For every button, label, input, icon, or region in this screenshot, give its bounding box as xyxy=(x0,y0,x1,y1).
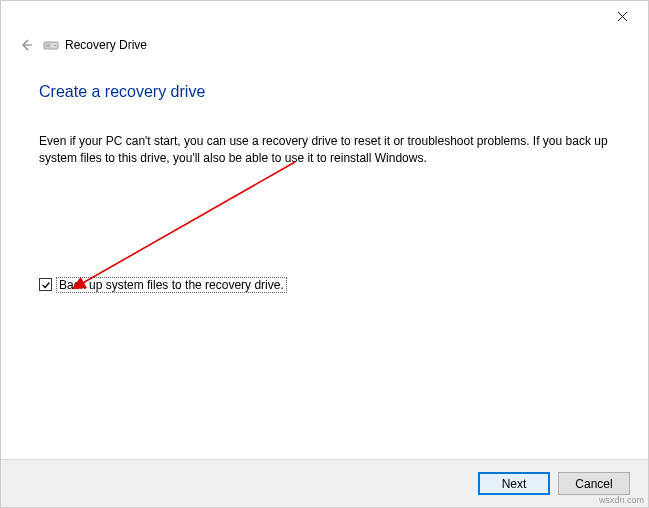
next-button[interactable]: Next xyxy=(478,472,550,495)
close-button[interactable] xyxy=(602,3,642,29)
titlebar xyxy=(1,1,648,31)
back-arrow-icon xyxy=(18,37,34,53)
content-area: Create a recovery drive Even if your PC … xyxy=(1,59,648,293)
window-title: Recovery Drive xyxy=(65,38,147,52)
watermark: wsxdn.com xyxy=(599,495,644,505)
checkbox-label: Back up system files to the recovery dri… xyxy=(56,277,287,293)
footer: Next Cancel xyxy=(1,459,648,507)
backup-checkbox[interactable]: Back up system files to the recovery dri… xyxy=(39,277,287,293)
cancel-button[interactable]: Cancel xyxy=(558,472,630,495)
checkmark-icon xyxy=(41,280,51,290)
wizard-heading: Create a recovery drive xyxy=(39,83,610,101)
svg-point-5 xyxy=(54,45,56,47)
checkbox-box xyxy=(39,278,52,291)
svg-rect-4 xyxy=(46,44,51,48)
wizard-description: Even if your PC can't start, you can use… xyxy=(39,133,610,167)
drive-icon xyxy=(43,39,59,51)
checkbox-row: Back up system files to the recovery dri… xyxy=(39,277,610,293)
close-icon xyxy=(617,11,628,22)
back-button[interactable] xyxy=(17,36,35,54)
header-row: Recovery Drive xyxy=(1,31,648,59)
